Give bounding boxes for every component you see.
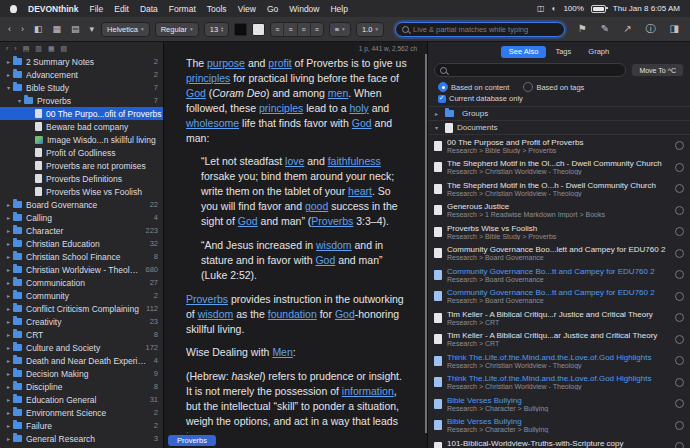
dropdown-icon[interactable]: ▾ — [88, 25, 97, 34]
sidebar-group-row[interactable]: ▸Decision Making9 — [0, 367, 163, 380]
disclosure-triangle[interactable]: ▸ — [4, 357, 13, 364]
wiki-link[interactable]: wisdom — [316, 239, 352, 251]
stepper-icon[interactable]: ▴▾ — [221, 26, 223, 33]
section-documents[interactable]: ▾ Documents — [428, 120, 690, 134]
disclosure-triangle[interactable]: ▸ — [4, 292, 13, 299]
focus-mode-icon[interactable]: ◐ — [552, 4, 557, 13]
see-also-row[interactable]: The Shepherd Motif in the Ol...ch - Dwel… — [428, 157, 690, 179]
inspector-search-input[interactable] — [434, 63, 626, 77]
disclosure-triangle[interactable]: ▾ — [15, 97, 24, 104]
sidebar-group-row[interactable]: ▸Conflict Criticism Complaining112 — [0, 302, 163, 315]
wiki-link[interactable]: love — [285, 155, 304, 167]
menu-file[interactable]: File — [90, 4, 104, 14]
sidebar-group-row[interactable]: ▸Character223 — [0, 224, 163, 237]
view-list-icon[interactable]: ▤ — [69, 25, 82, 34]
wiki-link[interactable]: God — [352, 117, 372, 129]
wiki-link[interactable]: good — [305, 200, 328, 212]
see-also-row[interactable]: Bible Verses BullyingResearch > Characte… — [428, 415, 690, 437]
section-groups[interactable]: ▸ Groups — [428, 106, 690, 120]
wiki-link[interactable]: Men — [272, 346, 292, 358]
disclosure-triangle[interactable]: ▸ — [4, 227, 13, 234]
as-list-icon[interactable]: ▤ — [23, 45, 30, 52]
disclosure-triangle[interactable]: ▸ — [4, 422, 13, 429]
disclosure-triangle[interactable]: ▸ — [4, 279, 13, 286]
wiki-link[interactable]: purpose — [207, 57, 245, 69]
wiki-link[interactable]: God — [315, 254, 335, 266]
line-spacing-select[interactable]: ≡▾ — [329, 22, 351, 37]
info-icon[interactable]: ⓘ — [644, 24, 658, 34]
sidebar-doc-row[interactable]: 00 The Purpo...ofit of Proverbs — [0, 107, 163, 120]
sidebar-group-row[interactable]: ▸Christian Education32 — [0, 237, 163, 250]
sidebar-doc-row[interactable]: Image Wisdo...n skillful living — [0, 133, 163, 146]
toolbar-search-input[interactable]: Live & partial matches while typing — [395, 22, 565, 37]
see-also-row[interactable]: Community Governance Boo...lett and Camp… — [428, 243, 690, 265]
see-also-row[interactable]: Community Governance Bo...tt and Campey … — [428, 286, 690, 308]
line-height-select[interactable]: 1.0▾ — [356, 22, 384, 37]
align-right-icon[interactable]: ≡ — [298, 23, 311, 36]
sidebar-group-row[interactable]: ▸Failure2 — [0, 419, 163, 432]
menu-devonthink[interactable]: DEVONthink — [28, 4, 79, 14]
menu-edit[interactable]: Edit — [114, 4, 129, 14]
sidebar-doc-row[interactable]: Beware bad company — [0, 120, 163, 133]
tab-see-also[interactable]: See Also — [501, 46, 547, 59]
font-family-select[interactable]: Helvetica▾ — [101, 22, 150, 37]
disclosure-triangle[interactable]: ▸ — [4, 318, 13, 325]
wiki-link[interactable]: Proverbs — [311, 215, 353, 227]
sidebar-doc-row[interactable]: Proverbs Wise vs Foolish — [0, 185, 163, 198]
apple-menu-icon[interactable] — [10, 5, 17, 13]
align-center-icon[interactable]: ≡ — [284, 23, 297, 36]
sidebar-group-row[interactable]: ▸Christian Worldview - Theology680 — [0, 263, 163, 276]
disclosure-triangle[interactable]: ▸ — [4, 370, 13, 377]
sidebar-doc-row[interactable]: Profit of Godliness — [0, 146, 163, 159]
disclosure-triangle[interactable]: ▸ — [4, 409, 13, 416]
wiki-link[interactable]: God — [186, 87, 206, 99]
radio-based-on-tags[interactable]: Based on tags — [523, 82, 584, 92]
tab-tags[interactable]: Tags — [547, 46, 579, 59]
sidebar-group-row[interactable]: ▸Calling4 — [0, 211, 163, 224]
wiki-link[interactable]: wholesome — [186, 117, 239, 129]
wiki-link[interactable]: principles — [259, 102, 303, 114]
sidebar-doc-row[interactable]: Proverbs are not promises — [0, 159, 163, 172]
sidebar-toggle-icon[interactable]: ◧ — [32, 25, 45, 34]
sidebar-group-row[interactable]: ▸General Research3 — [0, 432, 163, 445]
wiki-link[interactable]: wisdom — [198, 308, 234, 320]
disclosure-triangle[interactable]: ▸ — [4, 331, 13, 338]
checkbox-current-database[interactable]: Current database only — [428, 93, 690, 106]
menu-format[interactable]: Format — [169, 4, 196, 14]
disclosure-triangle[interactable]: ▸ — [4, 435, 13, 442]
see-also-row[interactable]: The Shepherd Motif in the O...h - Dwell … — [428, 178, 690, 200]
sidebar-group-row[interactable]: ▸Communication27 — [0, 276, 163, 289]
wiki-link[interactable]: Proverbs — [186, 293, 228, 305]
tag-icon[interactable]: ⚑ — [576, 24, 589, 34]
sidebar-group-row[interactable]: ▸2 Summary Notes2 — [0, 55, 163, 68]
tag-proverbs[interactable]: Proverbs — [168, 435, 216, 447]
see-also-row[interactable]: Tim Keller - A Biblical Critiqu...ar Jus… — [428, 329, 690, 351]
wiki-link[interactable]: foundation — [268, 308, 317, 320]
see-also-row[interactable]: Bible Verses BullyingResearch > Characte… — [428, 393, 690, 415]
sidebar-doc-row[interactable]: Proverbs Definitions — [0, 172, 163, 185]
disclosure-triangle[interactable]: ▸ — [4, 344, 13, 351]
wiki-link[interactable]: faithfulness — [328, 155, 381, 167]
screen-mirroring-icon[interactable]: ◫ — [537, 4, 545, 13]
editor-scrollbar[interactable] — [425, 54, 427, 433]
sidebar-group-row[interactable]: ▸Discipline8 — [0, 380, 163, 393]
disclosure-triangle[interactable]: ▸ — [4, 58, 13, 65]
wiki-link[interactable]: profit — [268, 57, 291, 69]
disclosure-triangle[interactable]: ▾ — [4, 84, 13, 91]
wiki-link[interactable]: God — [335, 308, 355, 320]
see-also-row[interactable]: Proverbs Wise vs FoolishResearch > Bible… — [428, 221, 690, 243]
align-left-icon[interactable]: ≡ — [271, 23, 284, 36]
see-also-row[interactable]: Think The.Life.of.the.Mind.and.the.Love.… — [428, 350, 690, 372]
wiki-link[interactable]: heart — [348, 185, 372, 197]
wiki-link[interactable]: God — [238, 215, 258, 227]
menu-view[interactable]: View — [238, 4, 256, 14]
go-forward-icon[interactable]: › — [19, 25, 26, 34]
disclosure-triangle[interactable]: ▸ — [4, 266, 13, 273]
sidebar-group-row[interactable]: ▸Community2 — [0, 289, 163, 302]
see-also-row[interactable]: Think The.Life.of.the.Mind.and.the.Love.… — [428, 372, 690, 394]
disclosure-triangle[interactable]: ▸ — [4, 383, 13, 390]
sidebar-group-row[interactable]: ▸CRT8 — [0, 328, 163, 341]
back-icon[interactable]: ‹ — [6, 45, 8, 52]
sidebar-group-row[interactable]: ▸Environment Science2 — [0, 406, 163, 419]
sidebar-group-row[interactable]: ▸Death and Near Death Experiences4 — [0, 354, 163, 367]
